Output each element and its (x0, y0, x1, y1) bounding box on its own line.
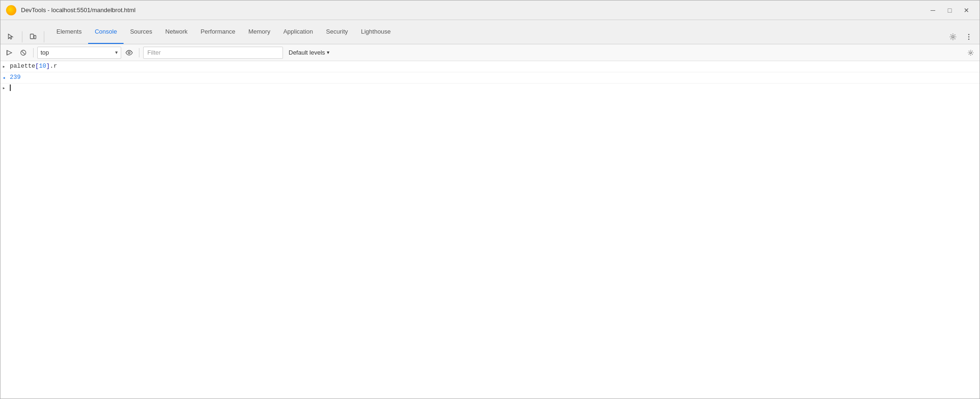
tab-performance[interactable]: Performance (194, 20, 242, 44)
result-value: 239 (10, 73, 21, 82)
tab-memory[interactable]: Memory (242, 20, 277, 44)
svg-rect-0 (30, 34, 34, 39)
log-levels-button[interactable]: Default levels ▾ (285, 47, 333, 59)
devtools-window: DevTools - localhost:5501/mandelbrot.htm… (0, 0, 980, 399)
stop-icon (20, 49, 27, 56)
input-prompt-icon: ▸ (2, 84, 10, 91)
tab-bar-divider-1 (22, 31, 22, 42)
bracket-close: ] (46, 63, 50, 70)
device-icon (29, 33, 37, 41)
tab-network[interactable]: Network (159, 20, 194, 44)
settings-button[interactable] (946, 30, 960, 44)
clear-console-button[interactable] (3, 47, 15, 59)
minimize-button[interactable]: ─ (925, 4, 940, 17)
tab-security[interactable]: Security (319, 20, 354, 44)
console-entry-result: ◂ 239 (0, 72, 980, 84)
svg-point-4 (968, 36, 970, 38)
context-selector[interactable]: top ▾ (37, 47, 121, 59)
svg-point-2 (952, 36, 954, 38)
more-icon (965, 33, 973, 41)
devtools-icon (6, 5, 16, 15)
svg-point-3 (968, 34, 970, 35)
eye-icon (125, 50, 133, 56)
more-menu-button[interactable] (962, 30, 976, 44)
tab-bar-left-controls (4, 30, 46, 44)
title-bar-title: DevTools - localhost:5501/mandelbrot.htm… (21, 7, 925, 14)
console-input-line[interactable]: ▸ (0, 84, 980, 93)
tab-sources[interactable]: Sources (124, 20, 159, 44)
stop-button[interactable] (17, 47, 29, 59)
tab-bar: Elements Console Sources Network Perform… (0, 20, 980, 44)
close-button[interactable]: ✕ (959, 4, 974, 17)
svg-point-5 (968, 39, 970, 40)
chevron-down-icon: ▾ (115, 49, 118, 56)
tab-application[interactable]: Application (277, 20, 320, 44)
svg-rect-1 (34, 35, 36, 39)
tab-console[interactable]: Console (88, 20, 124, 44)
console-toolbar: top ▾ Default levels ▾ (0, 44, 980, 61)
live-expressions-button[interactable] (123, 47, 135, 59)
svg-point-10 (128, 52, 130, 54)
console-content: ▸ palette[10].r ◂ 239 ▸ (0, 61, 980, 399)
toolbar-separator-2 (139, 48, 139, 57)
filter-input[interactable] (143, 47, 283, 59)
entry-expand-icon[interactable]: ▸ (2, 62, 10, 71)
play-icon (6, 49, 13, 56)
svg-point-11 (970, 52, 972, 54)
settings-icon (967, 49, 974, 56)
index-number: 10 (39, 63, 46, 70)
tab-bar-right-controls (946, 30, 976, 44)
tab-lighthouse[interactable]: Lighthouse (354, 20, 397, 44)
cursor (10, 84, 11, 91)
entry-command-text: palette[10].r (10, 62, 978, 70)
levels-arrow-icon: ▾ (327, 49, 330, 56)
toolbar-separator-1 (33, 48, 34, 57)
maximize-button[interactable]: □ (942, 4, 957, 17)
gear-icon (949, 33, 957, 41)
tab-bar-divider-2 (44, 31, 44, 42)
console-entry-command: ▸ palette[10].r (0, 61, 980, 72)
levels-label: Default levels (289, 49, 325, 56)
title-bar-controls: ─ □ ✕ (925, 4, 974, 17)
title-bar: DevTools - localhost:5501/mandelbrot.htm… (0, 0, 980, 20)
context-label: top (41, 49, 49, 56)
tab-elements[interactable]: Elements (50, 20, 88, 44)
svg-marker-6 (7, 50, 12, 55)
result-arrow-icon: ◂ (2, 73, 10, 82)
inspect-element-button[interactable] (4, 30, 18, 44)
console-settings-button[interactable] (965, 47, 977, 59)
device-toolbar-button[interactable] (26, 30, 40, 44)
cursor-icon (7, 33, 15, 41)
svg-line-9 (22, 51, 25, 54)
